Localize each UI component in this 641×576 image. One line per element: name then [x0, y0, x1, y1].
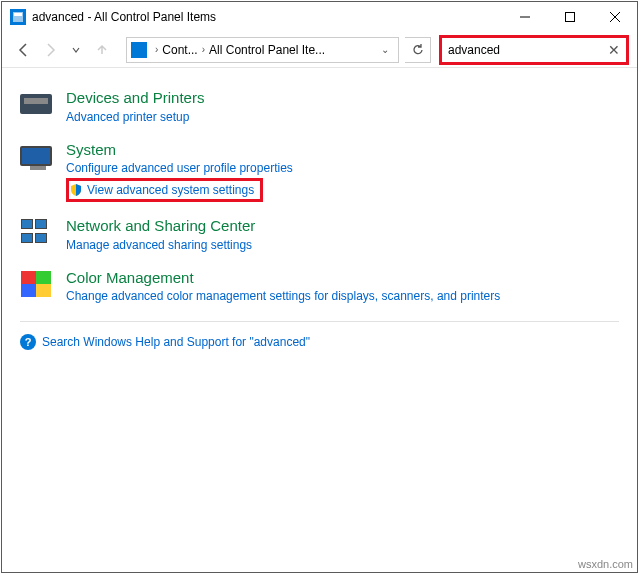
breadcrumb-icon [131, 42, 147, 58]
network-section: Network and Sharing Center Manage advanc… [2, 210, 637, 262]
shield-icon [69, 183, 83, 197]
svg-rect-1 [14, 13, 22, 16]
color-section: Color Management Change advanced color m… [2, 262, 637, 314]
control-panel-window: advanced - All Control Panel Items › Con… [1, 1, 638, 573]
chevron-right-icon[interactable]: › [198, 44, 209, 55]
results-content: Devices and Printers Advanced printer se… [2, 68, 637, 572]
divider [20, 321, 619, 322]
highlighted-link-frame: View advanced system settings [66, 178, 263, 202]
system-section: System Configure advanced user profile p… [2, 134, 637, 211]
search-input[interactable] [448, 43, 606, 57]
devices-printers-title[interactable]: Devices and Printers [66, 88, 619, 108]
refresh-button[interactable] [405, 37, 431, 63]
color-settings-link[interactable]: Change advanced color management setting… [66, 287, 500, 305]
breadcrumb[interactable]: › Cont... › All Control Panel Ite... ⌄ [126, 37, 399, 63]
help-icon: ? [20, 334, 36, 350]
window-title: advanced - All Control Panel Items [32, 10, 502, 24]
color-management-icon [20, 268, 52, 300]
clear-search-icon[interactable]: ✕ [606, 42, 622, 58]
network-sharing-title[interactable]: Network and Sharing Center [66, 216, 619, 236]
breadcrumb-part[interactable]: Cont... [162, 43, 197, 57]
recent-locations-dropdown[interactable] [64, 38, 88, 62]
network-icon [20, 216, 52, 248]
up-button[interactable] [90, 38, 114, 62]
watermark: wsxdn.com [578, 558, 633, 570]
navigation-toolbar: › Cont... › All Control Panel Ite... ⌄ ✕ [2, 32, 637, 68]
advanced-printer-setup-link[interactable]: Advanced printer setup [66, 108, 189, 126]
window-controls [502, 2, 637, 32]
back-button[interactable] [12, 38, 36, 62]
computer-icon [20, 140, 52, 172]
breadcrumb-dropdown[interactable]: ⌄ [372, 44, 398, 55]
chevron-right-icon[interactable]: › [151, 44, 162, 55]
printer-icon [20, 88, 52, 120]
help-search-link[interactable]: Search Windows Help and Support for "adv… [42, 335, 310, 349]
devices-printers-section: Devices and Printers Advanced printer se… [2, 82, 637, 134]
view-advanced-system-settings-link[interactable]: View advanced system settings [87, 181, 254, 199]
system-title[interactable]: System [66, 140, 619, 160]
help-search-row: ? Search Windows Help and Support for "a… [2, 332, 637, 350]
manage-sharing-link[interactable]: Manage advanced sharing settings [66, 236, 252, 254]
configure-profile-link[interactable]: Configure advanced user profile properti… [66, 159, 293, 177]
control-panel-icon [10, 9, 26, 25]
titlebar: advanced - All Control Panel Items [2, 2, 637, 32]
breadcrumb-text: › Cont... › All Control Panel Ite... [151, 43, 372, 57]
minimize-button[interactable] [502, 2, 547, 32]
close-button[interactable] [592, 2, 637, 32]
search-box: ✕ [439, 35, 629, 65]
breadcrumb-part[interactable]: All Control Panel Ite... [209, 43, 325, 57]
color-management-title[interactable]: Color Management [66, 268, 619, 288]
svg-rect-3 [565, 13, 574, 22]
forward-button[interactable] [38, 38, 62, 62]
maximize-button[interactable] [547, 2, 592, 32]
